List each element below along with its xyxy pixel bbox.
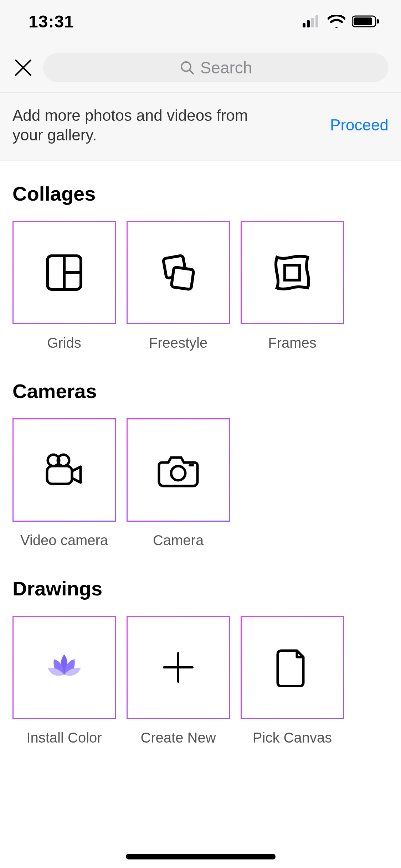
section-title-cameras: Cameras	[12, 379, 389, 403]
tile-label: Pick Canvas	[253, 730, 332, 746]
search-input[interactable]: Search	[43, 53, 389, 82]
status-right	[303, 15, 380, 28]
tile-label: Freestyle	[149, 335, 208, 351]
tile-label: Frames	[268, 335, 317, 351]
collages-row: Grids Freestyle Frames	[12, 221, 389, 351]
status-time: 13:31	[29, 12, 74, 31]
close-button[interactable]	[12, 57, 34, 78]
content: Collages Grids	[0, 161, 401, 746]
svg-rect-1	[307, 20, 310, 27]
svg-rect-0	[303, 23, 305, 27]
svg-rect-5	[354, 17, 372, 25]
top-row: Search	[0, 43, 401, 93]
proceed-button[interactable]: Proceed	[330, 116, 389, 134]
tile-frames-card	[241, 221, 344, 324]
cameras-row: Video camera Camera	[12, 418, 389, 548]
svg-rect-19	[47, 466, 72, 484]
search-placeholder: Search	[200, 58, 252, 77]
tile-camera[interactable]: Camera	[127, 418, 230, 548]
search-icon	[180, 60, 195, 75]
freestyle-icon	[157, 251, 200, 294]
tile-label: Camera	[153, 532, 204, 548]
tile-grids-card	[12, 221, 116, 324]
home-indicator[interactable]	[126, 854, 276, 859]
tile-freestyle[interactable]: Freestyle	[127, 221, 230, 351]
tile-install-color-card	[12, 616, 116, 719]
tile-label: Video camera	[20, 532, 108, 548]
svg-rect-16	[285, 265, 300, 280]
tile-create-new-card	[127, 616, 230, 719]
section-title-drawings: Drawings	[12, 577, 389, 600]
tile-pick-canvas[interactable]: Pick Canvas	[241, 616, 344, 746]
cellular-icon	[303, 15, 321, 27]
tile-create-new[interactable]: Create New	[127, 616, 230, 746]
camera-icon	[157, 450, 200, 490]
status-bar: 13:31	[0, 0, 401, 43]
wifi-icon	[328, 15, 345, 28]
tile-label: Grids	[47, 335, 81, 351]
banner: Add more photos and videos from your gal…	[0, 93, 401, 161]
svg-line-10	[190, 70, 193, 74]
section-title-collages: Collages	[12, 182, 389, 205]
lotus-icon	[41, 648, 87, 687]
banner-text: Add more photos and videos from your gal…	[12, 105, 276, 145]
tile-grids[interactable]: Grids	[12, 221, 116, 351]
plus-icon	[160, 650, 196, 685]
battery-icon	[352, 15, 380, 28]
svg-rect-6	[377, 19, 379, 24]
tile-install-color[interactable]: Install Color	[12, 616, 116, 746]
svg-rect-2	[311, 18, 314, 27]
screen: 13:31	[0, 0, 401, 868]
tile-video-camera[interactable]: Video camera	[12, 418, 116, 548]
close-icon	[14, 58, 33, 77]
tile-label: Install Color	[26, 730, 102, 746]
svg-point-20	[171, 466, 185, 480]
grids-icon	[45, 253, 84, 292]
frames-icon	[273, 253, 312, 292]
svg-rect-15	[171, 267, 194, 289]
svg-rect-3	[315, 15, 318, 27]
tile-frames[interactable]: Frames	[241, 221, 344, 351]
canvas-icon	[276, 648, 308, 687]
tile-video-camera-card	[12, 418, 116, 522]
video-camera-icon	[43, 450, 86, 490]
tile-camera-card	[127, 418, 230, 522]
tile-label: Create New	[140, 730, 216, 746]
drawings-row: Install Color Create New	[12, 616, 389, 746]
tile-pick-canvas-card	[241, 616, 344, 719]
tile-freestyle-card	[127, 221, 230, 324]
